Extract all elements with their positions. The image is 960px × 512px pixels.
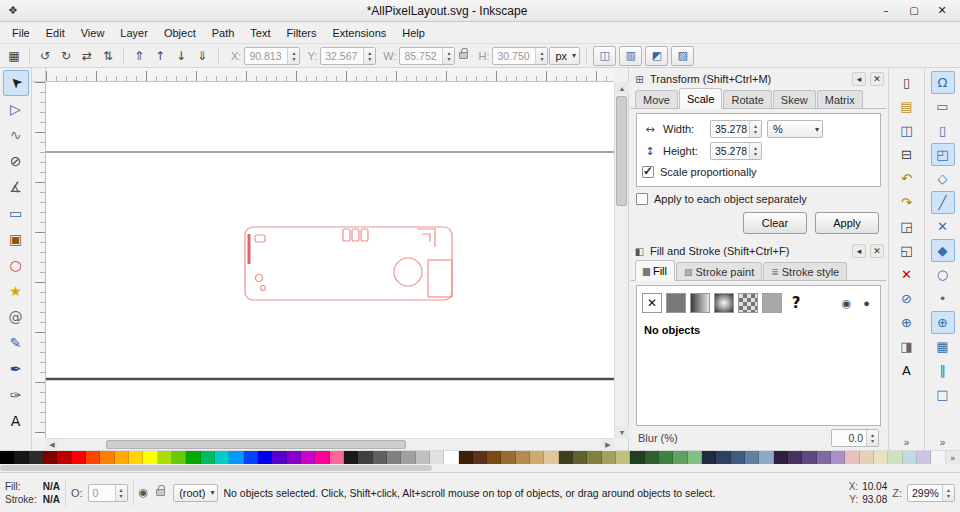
- tab-move[interactable]: Move: [635, 90, 678, 108]
- y-spinner[interactable]: [363, 48, 375, 64]
- scroll-down-button[interactable]: ▼: [615, 426, 629, 438]
- tool-ellipse[interactable]: ○: [3, 252, 29, 278]
- palette-swatch[interactable]: [186, 451, 200, 464]
- palette-swatch[interactable]: [387, 451, 401, 464]
- palette-swatch[interactable]: [516, 451, 530, 464]
- layer-dropdown[interactable]: (root): [173, 484, 218, 502]
- palette-swatch[interactable]: [416, 451, 430, 464]
- palette-swatch[interactable]: [258, 451, 272, 464]
- palette-swatch[interactable]: [43, 451, 57, 464]
- palette-swatch[interactable]: [215, 451, 229, 464]
- vertical-scrollbar[interactable]: ▲ ▼: [614, 82, 628, 438]
- zoom-spinner[interactable]: [942, 485, 954, 501]
- commands-overflow-button[interactable]: »: [904, 437, 910, 448]
- palette-swatch[interactable]: [100, 451, 114, 464]
- save-icon[interactable]: ◫: [895, 119, 919, 142]
- palette-swatch[interactable]: [444, 451, 458, 464]
- fill-stroke-indicator[interactable]: Fill: N/A Stroke: N/A: [5, 480, 60, 506]
- fill-stroke-dialog-icon[interactable]: ◨: [895, 335, 919, 358]
- palette-swatch[interactable]: [373, 451, 387, 464]
- width-input[interactable]: 85.752: [399, 47, 455, 65]
- tool-measure[interactable]: ∡: [3, 174, 29, 200]
- snap-bbox-edges-icon[interactable]: ▯: [931, 119, 955, 142]
- opacity-input[interactable]: 0: [88, 484, 128, 502]
- scroll-left-button[interactable]: ◀: [46, 439, 58, 451]
- palette-swatch[interactable]: [544, 451, 558, 464]
- paint-radial-gradient-button[interactable]: [714, 293, 734, 313]
- palette-swatch[interactable]: [688, 451, 702, 464]
- lower-to-bottom-button[interactable]: ⇓: [192, 46, 212, 66]
- palette-swatch[interactable]: [57, 451, 71, 464]
- raise-button[interactable]: ↑: [150, 46, 170, 66]
- fill-rule-evenodd-button[interactable]: ◉: [838, 295, 855, 312]
- flip-horizontal-button[interactable]: ⇄: [77, 46, 97, 66]
- palette-swatch[interactable]: [903, 451, 917, 464]
- tab-fill[interactable]: ▆Fill: [635, 260, 675, 281]
- tab-stroke-style[interactable]: ≣Stroke style: [763, 262, 847, 280]
- palette-swatch[interactable]: [129, 451, 143, 464]
- clear-button[interactable]: Clear: [743, 212, 807, 234]
- palette-more-button[interactable]: »: [946, 451, 960, 464]
- tool-selector[interactable]: ➤: [3, 70, 29, 96]
- palette-swatch[interactable]: [501, 451, 515, 464]
- x-input[interactable]: 90.813: [244, 47, 300, 65]
- menu-extensions[interactable]: Extensions: [324, 24, 394, 42]
- palette-swatch[interactable]: [716, 451, 730, 464]
- paint-none-button[interactable]: ✕: [642, 293, 662, 313]
- panel-collapse-button[interactable]: ◂: [852, 72, 866, 86]
- palette-swatch[interactable]: [817, 451, 831, 464]
- palette-swatch[interactable]: [172, 451, 186, 464]
- snap-page-icon[interactable]: □: [931, 383, 955, 406]
- layer-visibility-icon[interactable]: ◉: [139, 486, 149, 499]
- palette-swatch[interactable]: [602, 451, 616, 464]
- rotate-ccw-button[interactable]: ↺: [35, 46, 55, 66]
- lock-width-height-icon[interactable]: [459, 52, 468, 59]
- tool-tweak[interactable]: ∿: [3, 122, 29, 148]
- transform-corners-toggle[interactable]: ▥: [619, 46, 642, 66]
- palette-swatch[interactable]: [587, 451, 601, 464]
- print-icon[interactable]: ⊟: [895, 143, 919, 166]
- palette-swatch[interactable]: [29, 451, 43, 464]
- snap-grid-icon[interactable]: ▦: [931, 335, 955, 358]
- menu-filters[interactable]: Filters: [279, 24, 325, 42]
- text-dialog-icon[interactable]: A: [895, 359, 919, 382]
- tool-bezier-pen[interactable]: ✒: [3, 356, 29, 382]
- tool-rectangle[interactable]: ▭: [3, 200, 29, 226]
- horizontal-ruler[interactable]: [46, 68, 614, 82]
- palette-swatch[interactable]: [401, 451, 415, 464]
- snap-cusp-nodes-icon[interactable]: ◆: [931, 239, 955, 262]
- menu-layer[interactable]: Layer: [112, 24, 156, 42]
- toolbar-separator[interactable]: [29, 48, 30, 64]
- palette-swatch[interactable]: [86, 451, 100, 464]
- transform-pattern-toggle[interactable]: ▨: [671, 46, 694, 66]
- menu-file[interactable]: File: [4, 24, 38, 42]
- close-button[interactable]: ✕: [929, 2, 955, 19]
- layer-lock-icon[interactable]: [156, 489, 165, 496]
- snap-guides-icon[interactable]: ∥: [931, 359, 955, 382]
- palette-swatch[interactable]: [530, 451, 544, 464]
- scale-proportionally-checkbox[interactable]: [642, 166, 654, 178]
- blur-spinner[interactable]: [866, 430, 878, 446]
- palette-swatch[interactable]: [72, 451, 86, 464]
- apply-button[interactable]: Apply: [815, 212, 879, 234]
- palette-swatch[interactable]: [888, 451, 902, 464]
- palette-swatch[interactable]: [272, 451, 286, 464]
- menu-text[interactable]: Text: [242, 24, 278, 42]
- menu-help[interactable]: Help: [394, 24, 433, 42]
- width-spinner[interactable]: [442, 48, 454, 64]
- scroll-up-button[interactable]: ▲: [615, 82, 629, 94]
- blur-input[interactable]: 0.0: [831, 429, 879, 447]
- palette-swatch[interactable]: [759, 451, 773, 464]
- select-all-button[interactable]: ▦: [4, 46, 24, 66]
- palette-swatch[interactable]: [616, 451, 630, 464]
- x-spinner[interactable]: [287, 48, 299, 64]
- transform-stroke-toggle[interactable]: ◫: [593, 46, 616, 66]
- palette-swatch[interactable]: [774, 451, 788, 464]
- delete-icon[interactable]: ✕: [895, 263, 919, 286]
- tool-node-editor[interactable]: ▷: [3, 96, 29, 122]
- scale-width-input[interactable]: 35.278: [710, 120, 762, 138]
- transform-gradient-toggle[interactable]: ◩: [645, 46, 668, 66]
- palette-swatch[interactable]: [659, 451, 673, 464]
- panel-collapse-button[interactable]: ◂: [852, 244, 866, 258]
- palette-swatch[interactable]: [229, 451, 243, 464]
